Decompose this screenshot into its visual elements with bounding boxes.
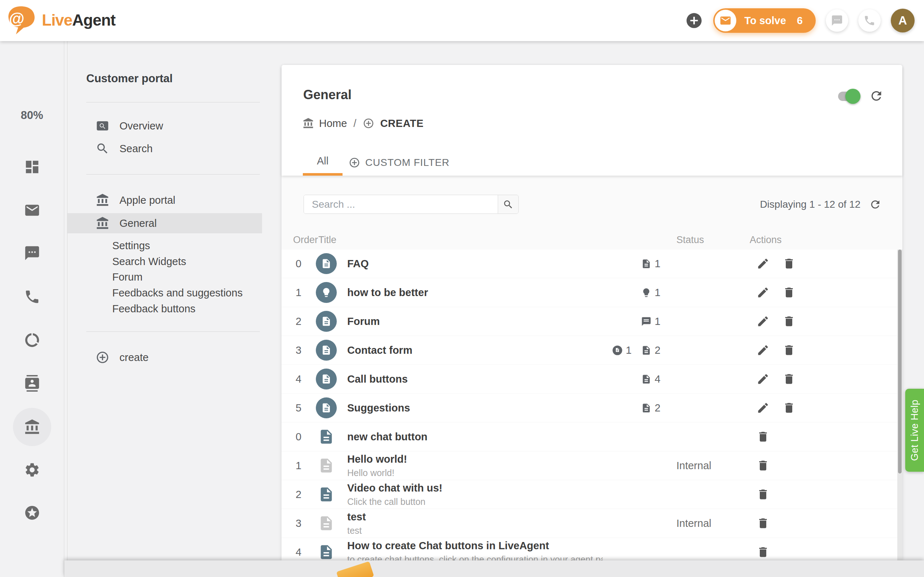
row-title[interactable]: how to be better [347,287,428,298]
table-scrollbar[interactable] [897,250,902,561]
table-row: 5 Suggestions 2 [281,394,897,422]
rail-item-tickets[interactable] [24,202,40,219]
row-title[interactable]: test [347,511,366,522]
chat-widget-peek[interactable] [336,561,374,577]
sidebar-item-overview[interactable]: Overview [96,119,163,133]
article-count-badge: 2 [641,344,661,356]
edit-button[interactable] [756,401,769,414]
bank-icon [96,193,109,207]
document-icon [318,427,334,447]
row-title[interactable]: Hello world! [347,453,407,465]
delete-button[interactable] [782,401,795,414]
article-icon [321,316,332,327]
divider [86,331,260,332]
rail-item-starred[interactable] [24,504,40,521]
table-header: Order Title Status Actions [281,232,902,249]
tab-all[interactable]: All [303,150,342,176]
liveagent-logo[interactable]: @ LiveAgent [6,3,115,37]
to-solve-count: 6 [797,15,803,27]
table-row: 1 Hello world! Hello world! Internal [281,451,897,480]
article-icon [641,403,651,413]
sidebar-item-feedbacks[interactable]: Feedbacks and suggestions [112,287,242,299]
plus-circle-icon [96,351,109,364]
sidebar-item-settings[interactable]: Settings [112,240,150,252]
sidebar-item-feedback-buttons[interactable]: Feedback buttons [112,303,195,315]
breadcrumb-separator: / [353,118,356,129]
sidebar-item-forum[interactable]: Forum [112,271,142,283]
scrollbar-thumb[interactable] [898,250,901,474]
inbox-circle [715,10,736,31]
table-row: 4 Call buttons 4 [281,365,897,393]
toggle-knob [845,89,861,104]
tab-custom-filter[interactable]: CUSTOM FILTER [349,157,449,168]
row-title[interactable]: new chat button [347,431,427,443]
refresh-button[interactable] [869,89,884,103]
delete-button[interactable] [756,488,769,501]
plus-circle-icon [349,157,360,168]
delete-button[interactable] [782,315,795,328]
add-new-button[interactable] [685,11,703,29]
article-icon [641,345,651,356]
phone-icon [863,15,876,27]
edit-button[interactable] [756,372,769,385]
document-icon [318,484,334,504]
portal-enabled-toggle[interactable] [838,92,859,101]
bottom-bar [64,561,924,577]
get-live-help-button[interactable]: Get Live Help [905,389,924,472]
sidebar-item-search-widgets[interactable]: Search Widgets [112,256,186,268]
status-badge: Internal [664,460,740,472]
idea-count-badge: 1 [641,287,661,298]
breadcrumb-create[interactable]: CREATE [380,118,423,129]
overview-icon [96,119,109,133]
edit-button[interactable] [756,286,769,299]
article-icon [641,259,651,269]
edit-button[interactable] [756,257,769,270]
delete-button[interactable] [756,546,769,559]
rail-item-customer-portal[interactable] [24,419,40,435]
category-icon [316,253,337,274]
row-title[interactable]: Forum [347,316,380,327]
home-bank-icon [302,118,314,129]
search-input[interactable] [304,195,498,213]
delete-button[interactable] [782,372,795,385]
rail-item-calls[interactable] [24,288,40,305]
edit-button[interactable] [756,344,769,357]
calls-button[interactable] [858,10,881,32]
sidebar-item-create[interactable]: create [96,351,149,364]
row-title[interactable]: Suggestions [347,402,410,414]
category-icon [316,311,337,332]
rail-item-contacts[interactable] [24,375,40,392]
row-title[interactable]: FAQ [347,258,369,269]
delete-button[interactable] [756,430,769,443]
delete-button[interactable] [782,286,795,299]
column-status: Status [677,234,704,246]
magnifier-icon [503,199,514,210]
category-icon [316,397,337,418]
rail-item-settings[interactable] [24,462,40,478]
delete-button[interactable] [782,344,795,357]
delete-button[interactable] [782,257,795,270]
delete-button[interactable] [756,517,769,530]
row-title[interactable]: Contact form [347,344,412,356]
chats-button[interactable] [826,10,848,32]
liveagent-app: @ LiveAgent To solve 6 A 80% [0,0,924,577]
delete-button[interactable] [756,459,769,472]
sidebar-item-general[interactable]: General [96,216,157,230]
refresh-list-button[interactable] [869,198,881,211]
rail-item-reports[interactable] [24,332,40,348]
plus-circle-icon [363,118,374,129]
row-title[interactable]: How to create Chat buttons in LiveAgent [347,540,549,551]
sidebar-item-search[interactable]: Search [96,142,153,155]
search-submit-button[interactable] [498,195,518,213]
rail-item-dashboard[interactable] [24,159,40,175]
rail-item-chats[interactable] [24,245,40,261]
to-solve-button[interactable]: To solve 6 [713,8,816,33]
topic-count-badge: 1 [641,316,661,327]
sidebar-item-apple-portal[interactable]: Apple portal [96,193,175,207]
edit-button[interactable] [756,315,769,328]
breadcrumb-home[interactable]: Home [319,118,347,129]
avatar[interactable]: A [891,9,914,32]
row-title[interactable]: Call buttons [347,373,408,385]
row-title[interactable]: Video chat with us! [347,482,443,494]
category-icon [316,340,337,361]
